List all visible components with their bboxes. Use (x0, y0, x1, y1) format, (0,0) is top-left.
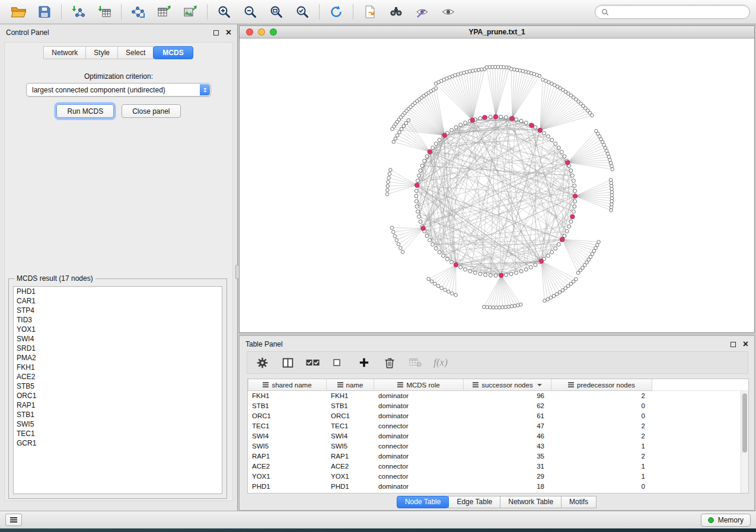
table-row[interactable]: SWI4SWI4dominator462 (248, 431, 741, 441)
mcds-result-item[interactable]: PHD1 (14, 287, 222, 296)
network-window-titlebar[interactable]: YPA_prune.txt_1 (240, 26, 754, 39)
table-cell: 29 (464, 472, 551, 482)
memory-button[interactable]: Memory (701, 514, 751, 527)
tab-network[interactable]: Network (43, 46, 86, 59)
network-graph[interactable] (240, 39, 754, 332)
table-settings-button[interactable] (254, 355, 270, 370)
tab-style[interactable]: Style (85, 46, 118, 59)
table-row[interactable]: TEC1TEC1connector472 (248, 421, 741, 431)
maximize-window-icon[interactable] (270, 28, 277, 36)
network-canvas[interactable] (240, 39, 754, 332)
zoom-out-button[interactable] (238, 2, 263, 22)
table-row[interactable]: ACE2ACE2connector311 (248, 462, 741, 472)
mcds-result-item[interactable]: TID3 (14, 315, 222, 325)
mcds-result-list[interactable]: PHD1CAR1STP4TID3YOX1SWI4SRD1PMA2FKH1ACE2… (13, 286, 222, 494)
table-cell: 2 (551, 431, 652, 441)
table-cell: 0 (551, 482, 652, 492)
close-panel-button[interactable]: Close panel (122, 104, 180, 118)
mcds-result-item[interactable]: SRD1 (14, 344, 222, 353)
column-header-MCDS-role[interactable]: MCDS role (374, 379, 464, 391)
mcds-result-group-title: MCDS result (17 nodes) (14, 274, 95, 283)
tab-node-table[interactable]: Node Table (397, 496, 449, 508)
mcds-result-item[interactable]: ACE2 (14, 372, 222, 382)
table-cell: RAP1 (327, 451, 374, 462)
mcds-result-item[interactable]: YOX1 (14, 325, 222, 334)
table-cell: 2 (551, 421, 652, 431)
table-cell: 18 (464, 482, 551, 492)
save-session-button[interactable] (32, 2, 57, 22)
apply-layout-button[interactable] (324, 2, 349, 22)
float-panel-icon[interactable] (213, 30, 219, 36)
table-row[interactable]: FKH1FKH1dominator962 (248, 391, 741, 401)
new-network-button[interactable] (126, 2, 151, 22)
mcds-result-item[interactable]: STP4 (14, 306, 222, 315)
search-input[interactable] (613, 8, 744, 16)
column-header-name[interactable]: name (327, 379, 374, 391)
memory-status-icon (708, 517, 714, 523)
tab-edge-table[interactable]: Edge Table (448, 496, 500, 508)
share-document-button[interactable] (358, 2, 382, 22)
mcds-result-item[interactable]: TEC1 (14, 429, 222, 438)
deselect-all-button[interactable] (331, 355, 346, 370)
search-network-button[interactable] (384, 2, 409, 22)
mcds-result-item[interactable]: STB1 (14, 410, 222, 419)
mcds-result-item[interactable]: GCR1 (14, 438, 222, 448)
panel-menu-button[interactable] (5, 514, 22, 526)
table-row[interactable]: PHD1PHD1dominator180 (248, 482, 741, 492)
table-row[interactable]: YOX1YOX1connector291 (248, 472, 741, 482)
table-row[interactable]: SWI5SWI5connector431 (248, 441, 741, 451)
zoom-selected-button[interactable] (290, 2, 315, 22)
control-panel-tabs: NetworkStyleSelectMCDS (5, 46, 232, 59)
mcds-result-item[interactable]: ORC1 (14, 391, 222, 400)
mcds-result-item[interactable]: PMA2 (14, 353, 222, 363)
export-image-button[interactable] (178, 2, 203, 22)
mcds-result-item[interactable]: SWI4 (14, 334, 222, 344)
zoom-in-button[interactable] (212, 2, 237, 22)
tab-motifs[interactable]: Motifs (561, 496, 596, 508)
import-table-button[interactable] (92, 2, 117, 22)
select-all-button[interactable] (305, 355, 321, 370)
node-table-body: FKH1FKH1dominator962STB1STB1dominator620… (248, 391, 741, 493)
mcds-result-item[interactable]: CAR1 (14, 296, 222, 306)
table-row[interactable]: RAP1RAP1dominator352 (248, 451, 741, 462)
import-network-button[interactable] (66, 2, 91, 22)
mcds-result-item[interactable]: RAP1 (14, 400, 222, 410)
column-header-predecessor-nodes[interactable]: predecessor nodes (551, 379, 652, 391)
column-header-successor-nodes[interactable]: successor nodes (464, 379, 551, 391)
show-graphics-details-button[interactable] (410, 2, 435, 22)
add-column-button[interactable] (356, 355, 372, 370)
scrollbar-thumb[interactable] (742, 393, 747, 453)
table-scrollbar[interactable] (741, 391, 748, 493)
search-icon (601, 8, 609, 16)
close-panel-icon[interactable]: × (743, 341, 748, 348)
open-file-button[interactable] (6, 2, 31, 22)
table-row[interactable]: STB1STB1dominator620 (248, 401, 741, 411)
column-label: successor nodes (481, 382, 532, 389)
table-row[interactable]: ORC1ORC1dominator610 (248, 411, 741, 421)
eye-button[interactable] (436, 2, 461, 22)
export-table-button[interactable] (152, 2, 177, 22)
close-panel-icon[interactable]: × (226, 29, 231, 36)
mcds-result-item[interactable]: SWI5 (14, 419, 222, 429)
table-cell: 1 (551, 441, 652, 451)
mcds-result-item[interactable]: STB5 (14, 382, 222, 391)
close-window-icon[interactable] (246, 28, 253, 36)
function-builder-button[interactable]: f(x) (433, 355, 448, 370)
tab-select[interactable]: Select (117, 46, 154, 59)
column-options-icon (473, 382, 479, 387)
float-panel-icon[interactable] (731, 342, 736, 347)
list-icon (10, 517, 17, 523)
tab-mcds[interactable]: MCDS (153, 46, 193, 59)
share-document-icon (363, 5, 377, 19)
column-header-shared-name[interactable]: shared name (248, 379, 327, 391)
delete-column-button[interactable] (382, 355, 397, 370)
criterion-dropdown[interactable]: largest connected component (undirected) (26, 83, 211, 97)
tab-network-table[interactable]: Network Table (500, 496, 562, 508)
zoom-fit-button[interactable] (264, 2, 289, 22)
table-cell: SWI4 (327, 431, 374, 441)
mcds-result-item[interactable]: FKH1 (14, 363, 222, 372)
minimize-window-icon[interactable] (258, 28, 265, 36)
import-table-disabled-button[interactable] (407, 355, 423, 370)
run-mcds-button[interactable]: Run MCDS (56, 104, 114, 118)
column-selector-button[interactable] (280, 355, 295, 370)
